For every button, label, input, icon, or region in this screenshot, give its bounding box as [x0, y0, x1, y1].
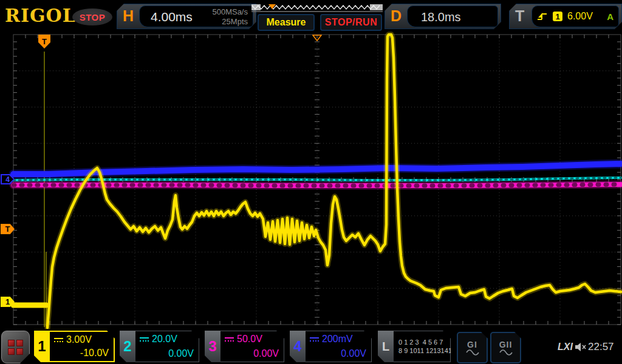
channel-4-offset: 0.00V [341, 348, 366, 359]
horizontal-screen: 4.00ms 500MSa/s 25Mpts [139, 5, 253, 27]
stop-run-button[interactable]: STOP/RUN [320, 14, 382, 31]
horizontal-label: H [123, 7, 134, 25]
clock: 22:57 [588, 329, 614, 364]
channel-3-block[interactable]: 3 50.0V 0.00V [205, 331, 284, 362]
delay-settings-block[interactable]: D 18.0ms [384, 4, 501, 29]
delay-label: D [391, 7, 402, 25]
menu-grid-icon [8, 340, 23, 355]
channel-2-number: 2 [120, 331, 135, 362]
channel-1-offset: -10.0V [80, 348, 109, 359]
measure-button[interactable]: Measure [258, 14, 315, 31]
trigger-level-label: T [5, 224, 10, 234]
speaker-muted-icon[interactable] [575, 329, 587, 364]
timebase-value: 4.00ms [151, 10, 193, 24]
memory-depth: 25Mpts [212, 17, 248, 27]
logic-row-2: 8 9 1011 12131415 [398, 347, 450, 354]
channel-4-block[interactable]: 4 200mV 0.00V [290, 331, 372, 362]
dc-coupling-icon [140, 337, 149, 342]
dc-coupling-icon [225, 337, 234, 342]
channel-2-scale: 20.0V [152, 334, 177, 345]
waveform-display [0, 0, 622, 364]
sine-wave-icon [499, 349, 513, 356]
channel-1-scale: 3.00V [66, 334, 92, 345]
channel-1-block[interactable]: 1 3.00V -10.0V [34, 331, 115, 362]
generator-2-label: GII [499, 340, 513, 349]
logic-label: L [378, 331, 394, 362]
horizontal-position-ruler[interactable] [251, 2, 383, 13]
channel-3-offset: 0.00V [253, 348, 279, 359]
falling-edge-icon [537, 12, 548, 22]
trigger-level-value: 6.00V [567, 11, 593, 22]
rigol-logo: RIGOL [5, 5, 76, 26]
channel-1-number: 1 [34, 331, 50, 362]
top-bar: RIGOL STOP H 4.00ms 500MSa/s 25Mpts Meas… [0, 0, 622, 29]
sample-rate: 500MSa/s [212, 7, 248, 17]
logic-row-1: 0 1 2 3 4 5 6 7 [398, 339, 450, 346]
channel-3-scale: 50.0V [237, 334, 262, 345]
dc-coupling-icon [310, 337, 319, 342]
trigger-settings-block[interactable]: T 1 6.00V A [509, 4, 622, 29]
trigger-label: T [515, 7, 524, 25]
ch4-position-label: 4 [2, 175, 13, 183]
delay-screen: 18.0ms [407, 5, 498, 27]
bottom-bar: 1 3.00V -10.0V 2 20.0V 0.00V 3 50.0V 0.0… [0, 329, 622, 364]
channel-4-number: 4 [290, 331, 306, 362]
trigger-screen: 1 6.00V A [531, 5, 619, 27]
trigger-position-label: T [42, 37, 47, 46]
run-state-badge: STOP [72, 8, 112, 25]
logic-channels-block[interactable]: L 0 1 2 3 4 5 6 7 8 9 1011 12131415 [378, 331, 451, 362]
delay-reference-marker [312, 35, 322, 41]
channel-2-block[interactable]: 2 20.0V 0.00V [120, 331, 199, 362]
trigger-source-badge: 1 [553, 12, 562, 21]
oscilloscope-screen: { "header": { "brand": "RIGOL", "run_sta… [0, 0, 622, 364]
menu-button[interactable] [1, 331, 30, 363]
channel-3-number: 3 [205, 331, 220, 362]
dc-coupling-icon [54, 338, 63, 342]
trigger-mode: A [607, 12, 613, 22]
lxi-status: LXI [558, 329, 573, 364]
sine-wave-icon [466, 349, 479, 356]
channel-4-scale: 200mV [322, 334, 353, 345]
generator-2-block[interactable]: GII [490, 332, 521, 363]
generator-1-label: GI [467, 340, 477, 349]
generator-1-block[interactable]: GI [457, 332, 488, 363]
channel-2-offset: 0.00V [168, 348, 194, 359]
delay-value: 18.0ms [421, 10, 461, 24]
horizontal-settings-block[interactable]: H 4.00ms 500MSa/s 25Mpts [117, 4, 256, 29]
ch1-position-label: 1 [5, 297, 10, 306]
